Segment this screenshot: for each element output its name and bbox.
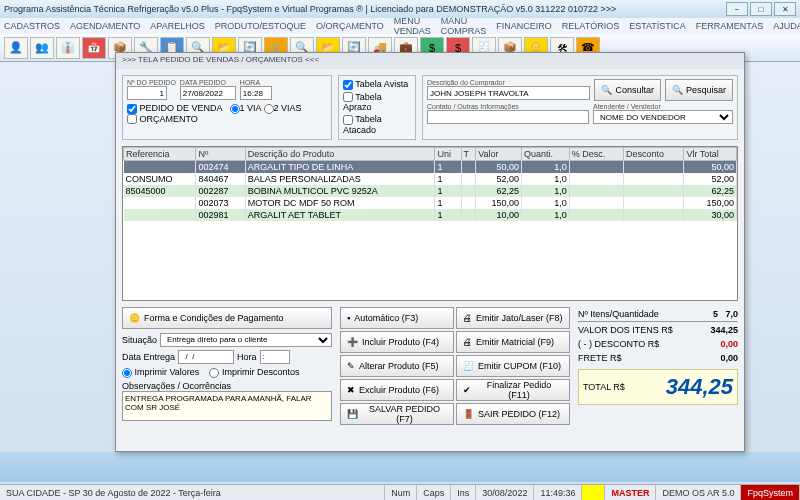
contato-input[interactable] xyxy=(427,110,589,124)
situacao-select[interactable]: Entrega direto para o cliente xyxy=(160,333,332,347)
menu-aparelhos[interactable]: APARELHOS xyxy=(150,21,204,31)
imprimir-valores-radio[interactable] xyxy=(122,368,132,378)
via2-label: 2 VIAS xyxy=(274,103,302,113)
table-row[interactable]: 002981ARGALIT AET TABLET110,001,030,00 xyxy=(124,209,737,221)
product-grid[interactable]: ReferenciaNºDescrição do ProdutoUniTValo… xyxy=(122,146,738,301)
total-panel: TOTAL R$ 344,25 xyxy=(578,369,738,405)
background-band xyxy=(0,452,800,482)
grid-header[interactable]: Desconto xyxy=(623,147,683,160)
valor-itens-label: VALOR DOS ITENS R$ xyxy=(578,325,673,335)
status-date: 30/08/2022 xyxy=(476,485,534,500)
table-row[interactable]: 002073MOTOR DC MDF 50 ROM1150,001,0150,0… xyxy=(124,197,737,209)
salvar-pedido-button[interactable]: 💾SALVAR PEDIDO (F7) xyxy=(340,403,454,425)
atendente-select[interactable]: NOME DO VENDEDOR xyxy=(593,110,733,124)
printer-icon: 🖨 xyxy=(463,313,472,323)
grid-header[interactable]: Quanti. xyxy=(521,147,569,160)
hora2-label: Hora xyxy=(237,352,257,362)
maximize-button[interactable]: □ xyxy=(750,2,772,16)
orcamento-checkbox[interactable] xyxy=(127,114,137,124)
toolbar-funcionarios-icon[interactable]: 👥 xyxy=(30,37,54,59)
status-bar: SUA CIDADE - SP 30 de Agosto de 2022 - T… xyxy=(0,484,800,500)
toolbar-fornecedores-icon[interactable]: 👔 xyxy=(56,37,80,59)
imprimir-valores-label: Imprimir Valores xyxy=(135,367,200,377)
grid-header[interactable]: Vlr Total xyxy=(684,147,737,160)
via2-radio[interactable] xyxy=(264,104,274,114)
hora2-input[interactable] xyxy=(260,350,290,364)
atendente-label: Atendente / Vendedor xyxy=(593,103,733,110)
grid-header[interactable]: Uni xyxy=(435,147,461,160)
menu-ajuda[interactable]: AJUDA xyxy=(773,21,800,31)
imprimir-descontos-radio[interactable] xyxy=(209,368,219,378)
alterar-produto-button[interactable]: ✎Alterar Produto (F5) xyxy=(340,355,454,377)
grid-header[interactable]: T xyxy=(461,147,476,160)
table-row[interactable]: 002474ARGALIT TIPO DE LINHA150,001,050,0… xyxy=(124,160,737,173)
close-button[interactable]: ✕ xyxy=(774,2,796,16)
tabela-atacado-checkbox[interactable] xyxy=(343,115,353,125)
tabela-avista-checkbox[interactable] xyxy=(343,80,353,90)
plus-icon: ➕ xyxy=(347,337,358,347)
contato-label: Contato / Outras Informações xyxy=(427,103,589,110)
pesquisar-button[interactable]: 🔍Pesquisar xyxy=(665,79,733,101)
situacao-label: Situação xyxy=(122,335,157,345)
menu-produto[interactable]: PRODUTO/ESTOQUE xyxy=(215,21,306,31)
pedido-venda-checkbox[interactable] xyxy=(127,104,137,114)
status-caps: Caps xyxy=(417,485,451,500)
orcamento-label: ORÇAMENTO xyxy=(140,114,198,124)
nitens-value: 5 xyxy=(713,309,718,319)
menu-relatorios[interactable]: RELATÓRIOS xyxy=(562,21,619,31)
minimize-button[interactable]: − xyxy=(726,2,748,16)
grid-header[interactable]: Nº xyxy=(196,147,245,160)
menu-vendas[interactable]: MENU VENDAS xyxy=(394,16,431,36)
table-row[interactable]: CONSUMO840467BALAS PERSONALIZADAS152,001… xyxy=(124,173,737,185)
menu-estatistica[interactable]: ESTATÍSTICA xyxy=(629,21,686,31)
status-progress xyxy=(582,485,605,500)
menu-orcamento[interactable]: O/ORÇAMENTO xyxy=(316,21,384,31)
menu-financeiro[interactable]: FINANCEIRO xyxy=(496,21,552,31)
hora-label: HORA xyxy=(240,79,272,86)
toolbar-clientes-icon[interactable]: 👤 xyxy=(4,37,28,59)
obs-textarea[interactable]: ENTREGA PROGRAMADA PARA AMANHÃ, FALAR CO… xyxy=(122,391,332,421)
data-pedido-input[interactable] xyxy=(180,86,236,100)
automatico-button[interactable]: ▪Automático (F3) xyxy=(340,307,454,329)
data-entrega-label: Data Entrega xyxy=(122,352,175,362)
forma-pagamento-button[interactable]: 🪙Forma e Condições de Pagamento xyxy=(122,307,332,329)
grid-header[interactable]: Referencia xyxy=(124,147,196,160)
tabela-avista-label: Tabela Avista xyxy=(355,79,408,89)
incluir-produto-button[interactable]: ➕Incluir Produto (F4) xyxy=(340,331,454,353)
desconto-value: 0,00 xyxy=(720,339,738,349)
grid-header[interactable]: Valor xyxy=(476,147,522,160)
pedido-venda-label: PEDIDO DE VENDA xyxy=(140,103,223,113)
menu-compras[interactable]: MANU COMPRAS xyxy=(441,16,487,36)
search-icon: 🔍 xyxy=(672,85,683,95)
barcode-icon: ▪ xyxy=(347,313,350,323)
valor-itens-value: 344,25 xyxy=(710,325,738,335)
obs-label: Observações / Ocorrências xyxy=(122,381,231,391)
comprador-input[interactable] xyxy=(427,86,590,100)
emitir-matricial-button[interactable]: 🖨Emitir Matricial (F9) xyxy=(456,331,570,353)
exit-icon: 🚪 xyxy=(463,409,474,419)
total-label: TOTAL R$ xyxy=(583,382,625,392)
grid-header[interactable]: % Desc. xyxy=(569,147,623,160)
finalizar-pedido-button[interactable]: ✔Finalizar Pedido (F11) xyxy=(456,379,570,401)
search-icon: 🔍 xyxy=(601,85,612,95)
via1-radio[interactable] xyxy=(230,104,240,114)
num-pedido-input[interactable] xyxy=(127,86,167,100)
nitens-label: Nº Itens/Quantidade xyxy=(578,309,659,319)
status-master: MASTER xyxy=(605,485,656,500)
consultar-button[interactable]: 🔍Consultar xyxy=(594,79,661,101)
table-row[interactable]: 85045000002287BOBINA MULTICOL PVC 9252A1… xyxy=(124,185,737,197)
menu-cadastros[interactable]: CADASTROS xyxy=(4,21,60,31)
menu-ferramentas[interactable]: FERRAMENTAS xyxy=(696,21,763,31)
emitir-jato-button[interactable]: 🖨Emitir Jato/Laser (F8) xyxy=(456,307,570,329)
toolbar-agenda-icon[interactable]: 📅 xyxy=(82,37,106,59)
tabela-aprazo-checkbox[interactable] xyxy=(343,92,353,102)
emitir-cupom-button[interactable]: 🧾Emitir CUPOM (F10) xyxy=(456,355,570,377)
data-entrega-input[interactable] xyxy=(178,350,234,364)
frete-value: 0,00 xyxy=(720,353,738,363)
grid-header[interactable]: Descrição do Produto xyxy=(245,147,435,160)
excluir-produto-button[interactable]: ✖Excluir Produto (F6) xyxy=(340,379,454,401)
menu-agendamento[interactable]: AGENDAMENTO xyxy=(70,21,140,31)
edit-icon: ✎ xyxy=(347,361,355,371)
hora-input[interactable] xyxy=(240,86,272,100)
sair-pedido-button[interactable]: 🚪SAIR PEDIDO (F12) xyxy=(456,403,570,425)
